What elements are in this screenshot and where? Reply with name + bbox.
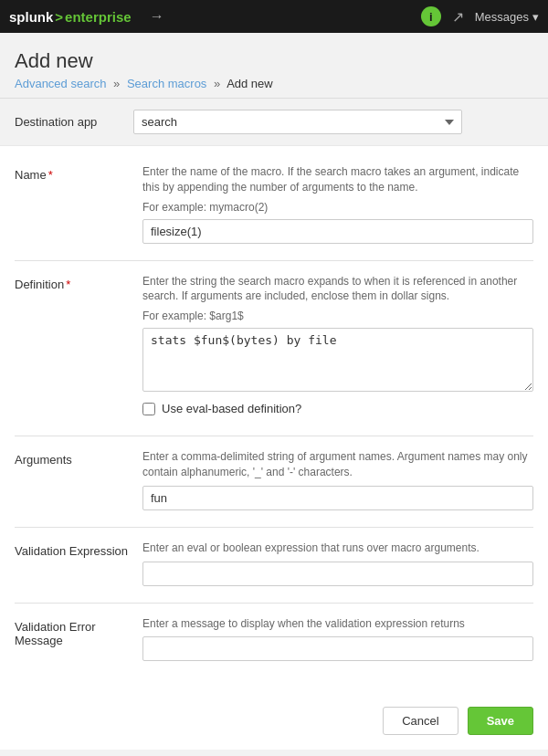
logo-splunk: splunk <box>9 9 53 25</box>
cancel-button[interactable]: Cancel <box>383 707 458 735</box>
destination-app-row: Destination app search <box>0 99 548 146</box>
messages-menu[interactable]: Messages ▾ <box>475 10 539 24</box>
name-example: For example: mymacro(2) <box>142 201 533 214</box>
eval-checkbox-row: Use eval-based definition? <box>142 402 533 415</box>
validation-expression-content: Enter an eval or boolean expression that… <box>142 541 533 586</box>
name-content: Enter the name of the macro. If the sear… <box>142 164 533 244</box>
name-input[interactable] <box>142 219 533 244</box>
validation-error-row: Validation Error Message Enter a message… <box>15 616 533 662</box>
definition-required: * <box>66 278 70 291</box>
definition-example: For example: $arg1$ <box>142 310 533 322</box>
divider-1 <box>15 260 533 261</box>
logo-gt: > <box>55 9 63 25</box>
name-row: Name* Enter the name of the macro. If th… <box>15 164 533 244</box>
divider-4 <box>15 603 533 604</box>
validation-expression-label: Validation Expression <box>15 541 142 558</box>
logo-enterprise: enterprise <box>65 9 132 25</box>
messages-chevron: ▾ <box>532 10 539 24</box>
activity-icon[interactable]: → <box>150 8 164 25</box>
breadcrumb-advanced-search[interactable]: Advanced search <box>15 77 106 90</box>
validation-error-content: Enter a message to display when the vali… <box>142 616 533 662</box>
arguments-label: Arguments <box>15 449 142 467</box>
info-icon[interactable]: i <box>421 6 441 26</box>
page-title: Add new <box>15 49 533 73</box>
validation-expression-help: Enter an eval or boolean expression that… <box>142 541 533 556</box>
save-button[interactable]: Save <box>468 707 533 735</box>
breadcrumb-current: Add new <box>227 77 273 90</box>
arguments-content: Enter a comma-delimited string of argume… <box>142 449 533 510</box>
arguments-input[interactable] <box>142 486 533 510</box>
validation-expression-row: Validation Expression Enter an eval or b… <box>15 541 533 586</box>
arguments-row: Arguments Enter a comma-delimited string… <box>15 449 533 510</box>
activity-nav-icon[interactable]: ↗ <box>452 8 464 26</box>
arguments-help: Enter a comma-delimited string of argume… <box>142 449 533 480</box>
breadcrumb-sep1: » <box>113 77 120 90</box>
breadcrumb: Advanced search » Search macros » Add ne… <box>15 77 533 90</box>
validation-expression-input[interactable] <box>142 562 533 586</box>
definition-row: Definition* Enter the string the search … <box>15 274 533 420</box>
divider-2 <box>15 436 533 436</box>
definition-textarea[interactable]: stats $fun$(bytes) by file <box>142 328 533 392</box>
breadcrumb-sep2: » <box>214 77 220 90</box>
name-help: Enter the name of the macro. If the sear… <box>142 164 533 195</box>
breadcrumb-search-macros[interactable]: Search macros <box>127 77 206 90</box>
definition-content: Enter the string the search macro expand… <box>142 274 533 420</box>
divider-3 <box>15 527 533 528</box>
name-label: Name* <box>15 164 142 182</box>
page-header: Add new Advanced search » Search macros … <box>0 33 548 99</box>
validation-error-help: Enter a message to display when the vali… <box>142 616 533 632</box>
validation-error-input[interactable] <box>142 636 533 661</box>
messages-label: Messages <box>475 10 529 24</box>
definition-label: Definition* <box>15 274 142 291</box>
form-container: Name* Enter the name of the macro. If th… <box>0 146 548 696</box>
logo[interactable]: splunk>enterprise <box>9 9 132 25</box>
eval-checkbox[interactable] <box>142 403 155 415</box>
form-footer: Cancel Save <box>0 696 548 750</box>
eval-checkbox-label: Use eval-based definition? <box>162 402 301 415</box>
name-required: * <box>48 168 53 182</box>
destination-app-label: Destination app <box>15 115 115 129</box>
destination-app-select[interactable]: search <box>133 110 462 134</box>
topbar: splunk>enterprise → i ↗ Messages ▾ <box>0 0 548 33</box>
validation-error-label: Validation Error Message <box>15 616 142 647</box>
definition-help: Enter the string the search macro expand… <box>142 274 533 305</box>
